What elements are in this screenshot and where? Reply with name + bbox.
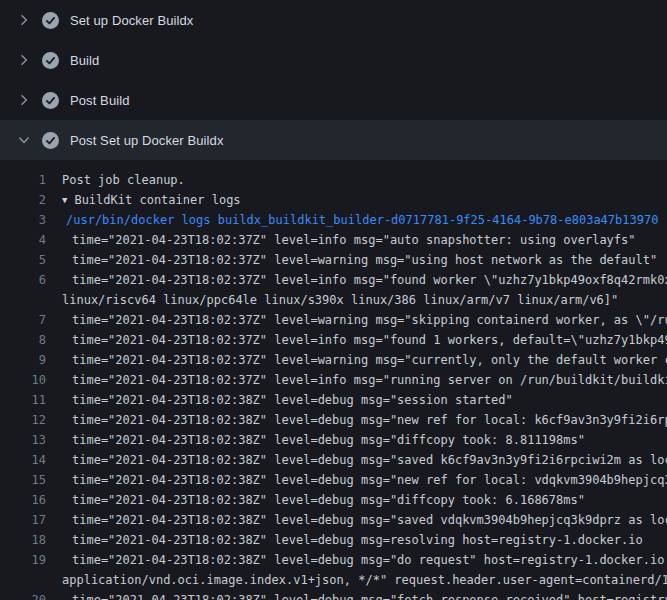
log-line: 20 time="2021-04-23T18:02:38Z" level=deb…: [0, 590, 667, 600]
chevron-icon: [16, 92, 32, 108]
line-number[interactable]: 2: [0, 190, 46, 210]
line-number[interactable]: 13: [0, 430, 46, 450]
line-text: /usr/bin/docker logs buildx_buildkit_bui…: [66, 210, 667, 230]
line-text: linux/riscv64 linux/ppc64le linux/s390x …: [62, 290, 667, 310]
chevron-right-icon: [16, 12, 32, 28]
chevron-icon: [16, 132, 32, 148]
chevron-right-icon: [16, 92, 32, 108]
log-line: 1 Post job cleanup.: [0, 170, 667, 190]
line-number[interactable]: 19: [0, 550, 46, 570]
line-text: time="2021-04-23T18:02:38Z" level=debug …: [72, 510, 667, 530]
log-line: 10 time="2021-04-23T18:02:37Z" level=inf…: [0, 370, 667, 390]
line-text: time="2021-04-23T18:02:38Z" level=debug …: [72, 470, 667, 490]
line-text: time="2021-04-23T18:02:38Z" level=debug …: [72, 590, 667, 600]
line-number[interactable]: 3: [0, 210, 46, 230]
line-number[interactable]: 18: [0, 530, 46, 550]
line-text: time="2021-04-23T18:02:38Z" level=debug …: [72, 530, 667, 550]
log-line: 5 time="2021-04-23T18:02:37Z" level=warn…: [0, 250, 667, 270]
step-row[interactable]: Post Build: [0, 80, 667, 120]
line-number[interactable]: 8: [0, 330, 46, 350]
line-number[interactable]: 4: [0, 230, 46, 250]
line-number[interactable]: 15: [0, 470, 46, 490]
log-line: 8 time="2021-04-23T18:02:37Z" level=info…: [0, 330, 667, 350]
line-text: time="2021-04-23T18:02:37Z" level=warnin…: [72, 250, 667, 270]
step-success-icon: [42, 92, 59, 109]
line-text: time="2021-04-23T18:02:37Z" level=info m…: [72, 370, 667, 390]
line-number[interactable]: 12: [0, 410, 46, 430]
chevron-icon: [16, 12, 32, 28]
line-text: Post job cleanup.: [62, 170, 667, 190]
line-number[interactable]: [0, 290, 46, 310]
line-number[interactable]: 9: [0, 350, 46, 370]
step-success-icon: [42, 52, 59, 69]
log-line: linux/riscv64 linux/ppc64le linux/s390x …: [0, 290, 667, 310]
log-line: application/vnd.oci.image.index.v1+json,…: [0, 570, 667, 590]
log-line: 12 time="2021-04-23T18:02:38Z" level=deb…: [0, 410, 667, 430]
line-number[interactable]: 14: [0, 450, 46, 470]
line-text: time="2021-04-23T18:02:37Z" level=warnin…: [72, 350, 667, 370]
chevron-down-icon: [16, 132, 32, 148]
step-row[interactable]: Build: [0, 40, 667, 80]
log-line: 9 time="2021-04-23T18:02:37Z" level=warn…: [0, 350, 667, 370]
step-row[interactable]: Post Set up Docker Buildx: [0, 120, 667, 160]
log-line: 16 time="2021-04-23T18:02:38Z" level=deb…: [0, 490, 667, 510]
line-text: time="2021-04-23T18:02:38Z" level=debug …: [72, 410, 667, 430]
log-line: 13 time="2021-04-23T18:02:38Z" level=deb…: [0, 430, 667, 450]
line-text: time="2021-04-23T18:02:37Z" level=warnin…: [72, 310, 667, 330]
log-line: 4 time="2021-04-23T18:02:37Z" level=info…: [0, 230, 667, 250]
step-row[interactable]: Set up Docker Buildx: [0, 0, 667, 40]
line-number[interactable]: [0, 570, 46, 590]
actions-log-viewer: Set up Docker Buildx Build: [0, 0, 667, 600]
line-text: time="2021-04-23T18:02:38Z" level=debug …: [72, 450, 667, 470]
log-line: 15 time="2021-04-23T18:02:38Z" level=deb…: [0, 470, 667, 490]
log-line: 3 /usr/bin/docker logs buildx_buildkit_b…: [0, 210, 667, 230]
line-number[interactable]: 17: [0, 510, 46, 530]
line-number[interactable]: 20: [0, 590, 46, 600]
line-number[interactable]: 16: [0, 490, 46, 510]
line-text: time="2021-04-23T18:02:38Z" level=debug …: [72, 430, 667, 450]
log-lines: 1 Post job cleanup. 2 ▼BuildKit containe…: [0, 170, 667, 600]
log-line: 2 ▼BuildKit container logs: [0, 190, 667, 210]
chevron-right-icon: [16, 52, 32, 68]
line-text: time="2021-04-23T18:02:38Z" level=debug …: [72, 390, 667, 410]
line-number[interactable]: 7: [0, 310, 46, 330]
log-line: 11 time="2021-04-23T18:02:38Z" level=deb…: [0, 390, 667, 410]
line-text: time="2021-04-23T18:02:38Z" level=debug …: [72, 490, 667, 510]
line-number[interactable]: 11: [0, 390, 46, 410]
log-line: 19 time="2021-04-23T18:02:38Z" level=deb…: [0, 550, 667, 570]
line-number[interactable]: 5: [0, 250, 46, 270]
chevron-icon: [16, 52, 32, 68]
step-label: Build: [70, 53, 99, 68]
step-label: Post Build: [70, 93, 130, 108]
group-toggle-icon[interactable]: ▼: [62, 190, 67, 210]
step-success-icon: [42, 132, 59, 149]
line-number[interactable]: 10: [0, 370, 46, 390]
line-text: application/vnd.oci.image.index.v1+json,…: [62, 570, 667, 590]
steps-list: Set up Docker Buildx Build: [0, 0, 667, 160]
line-number[interactable]: 1: [0, 170, 46, 190]
log-line: 18 time="2021-04-23T18:02:38Z" level=deb…: [0, 530, 667, 550]
step-label: Post Set up Docker Buildx: [70, 133, 224, 148]
log-line: 17 time="2021-04-23T18:02:38Z" level=deb…: [0, 510, 667, 530]
step-success-icon: [42, 12, 59, 29]
log-line: 6 time="2021-04-23T18:02:37Z" level=info…: [0, 270, 667, 290]
line-text: time="2021-04-23T18:02:38Z" level=debug …: [72, 550, 667, 570]
step-label: Set up Docker Buildx: [70, 13, 193, 28]
line-text: time="2021-04-23T18:02:37Z" level=info m…: [72, 230, 667, 250]
log-line: 14 time="2021-04-23T18:02:38Z" level=deb…: [0, 450, 667, 470]
line-number[interactable]: 6: [0, 270, 46, 290]
line-text[interactable]: ▼BuildKit container logs: [62, 190, 667, 210]
log-panel: 1 Post job cleanup. 2 ▼BuildKit containe…: [0, 160, 667, 600]
line-text: time="2021-04-23T18:02:37Z" level=info m…: [72, 330, 667, 350]
line-text: time="2021-04-23T18:02:37Z" level=info m…: [72, 270, 667, 290]
log-line: 7 time="2021-04-23T18:02:37Z" level=warn…: [0, 310, 667, 330]
